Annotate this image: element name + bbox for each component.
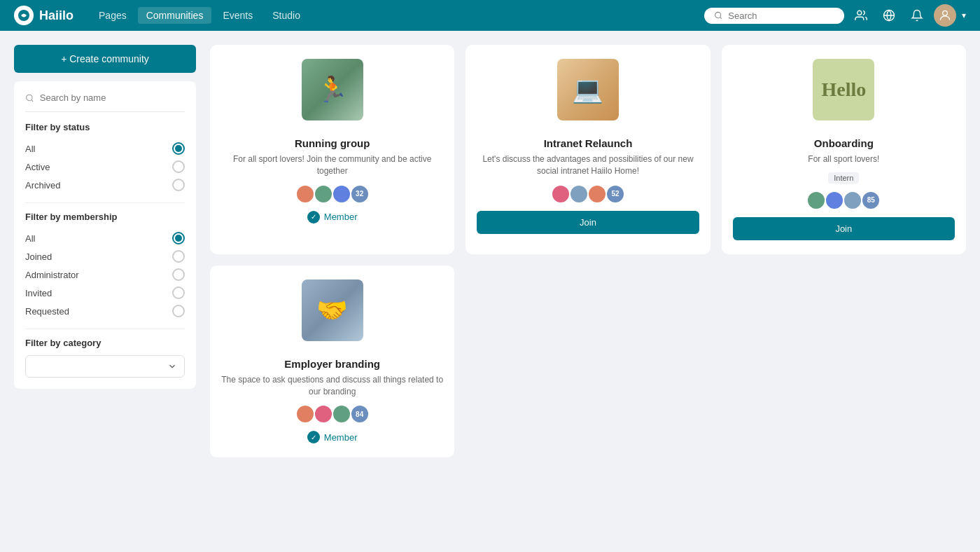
member-label-running: Member bbox=[324, 212, 358, 222]
status-active-radio[interactable] bbox=[172, 160, 185, 173]
sidebar: + Create community Filter by status All … bbox=[14, 45, 196, 457]
name-search-input[interactable] bbox=[40, 92, 185, 103]
status-archived-radio[interactable] bbox=[172, 179, 185, 191]
community-thumbnail-running bbox=[302, 59, 363, 120]
join-button-intranet[interactable]: Join bbox=[477, 211, 699, 234]
nav-communities[interactable]: Communities bbox=[138, 7, 212, 24]
membership-all-option[interactable]: All bbox=[25, 229, 185, 247]
members-row-onboarding: 85 bbox=[806, 191, 881, 210]
nav-studio[interactable]: Studio bbox=[264, 7, 309, 24]
status-archived-option[interactable]: Archived bbox=[25, 176, 185, 194]
global-search[interactable] bbox=[704, 8, 844, 24]
membership-admin-option[interactable]: Administrator bbox=[25, 265, 185, 284]
membership-all-radio[interactable] bbox=[172, 232, 185, 244]
filter-category-title: Filter by category bbox=[25, 338, 185, 348]
svg-point-2 bbox=[858, 11, 862, 15]
community-card-intranet: Intranet Relaunch Let's discuss the adva… bbox=[465, 45, 710, 254]
check-icon: ✓ bbox=[307, 211, 320, 223]
member-avatar bbox=[332, 184, 351, 204]
status-all-label: All bbox=[25, 144, 35, 154]
nav-events[interactable]: Events bbox=[214, 7, 261, 24]
filter-membership-title: Filter by membership bbox=[25, 212, 185, 222]
membership-admin-radio[interactable] bbox=[172, 268, 185, 281]
member-avatar bbox=[843, 191, 862, 210]
search-input[interactable] bbox=[728, 11, 834, 21]
membership-joined-radio[interactable] bbox=[172, 250, 185, 263]
filter-search-icon bbox=[25, 93, 34, 103]
avatar-chevron[interactable]: ▾ bbox=[962, 11, 966, 20]
people-icon-btn[interactable] bbox=[850, 4, 872, 27]
membership-requested-label: Requested bbox=[25, 306, 69, 317]
community-thumbnail-onboarding: Hello bbox=[813, 59, 874, 120]
community-desc-intranet: Let's discuss the advantages and possibi… bbox=[465, 153, 710, 177]
community-image-onboarding: Hello bbox=[722, 45, 966, 129]
members-count-employer: 84 bbox=[350, 404, 370, 424]
membership-invited-radio[interactable] bbox=[172, 287, 185, 299]
membership-joined-label: Joined bbox=[25, 251, 52, 262]
member-avatar bbox=[314, 404, 333, 424]
category-dropdown[interactable] bbox=[25, 355, 185, 378]
svg-point-1 bbox=[715, 12, 721, 18]
membership-all-label: All bbox=[25, 233, 35, 244]
globe-icon-btn[interactable] bbox=[878, 4, 900, 27]
create-community-button[interactable]: + Create community bbox=[14, 45, 196, 73]
nav-pages[interactable]: Pages bbox=[90, 7, 135, 24]
main-header: Haiilo Pages Communities Events Studio bbox=[0, 0, 980, 31]
status-archived-label: Archived bbox=[25, 180, 61, 191]
community-card-onboarding: Hello Onboarding For all sport lovers! I… bbox=[722, 45, 966, 254]
membership-requested-option[interactable]: Requested bbox=[25, 302, 185, 320]
members-row-running: 32 bbox=[295, 184, 370, 204]
divider-1 bbox=[25, 202, 185, 203]
avatar-icon bbox=[938, 8, 952, 22]
status-active-option[interactable]: Active bbox=[25, 158, 185, 176]
community-image-intranet bbox=[465, 45, 710, 129]
member-avatar bbox=[332, 404, 351, 424]
membership-requested-radio[interactable] bbox=[172, 305, 185, 317]
search-filter bbox=[25, 92, 185, 112]
community-thumbnail-employer bbox=[302, 280, 363, 341]
filter-panel: Filter by status All Active Archived Fil… bbox=[14, 81, 196, 389]
member-label-employer: Member bbox=[324, 432, 358, 443]
member-avatar bbox=[569, 184, 589, 204]
member-badge-running: ✓ Member bbox=[307, 211, 358, 223]
community-desc-onboarding: For all sport lovers! bbox=[797, 153, 890, 165]
community-image-employer bbox=[210, 265, 454, 350]
membership-joined-option[interactable]: Joined bbox=[25, 247, 185, 265]
bell-icon bbox=[911, 9, 923, 22]
logo-icon bbox=[14, 6, 34, 25]
community-card-running: Running group For all sport lovers! Join… bbox=[210, 45, 454, 254]
member-avatar bbox=[295, 184, 315, 204]
community-name-running: Running group bbox=[286, 137, 378, 149]
divider-2 bbox=[25, 329, 185, 329]
membership-invited-option[interactable]: Invited bbox=[25, 284, 185, 302]
bell-icon-btn[interactable] bbox=[906, 4, 928, 27]
community-desc-running: For all sport lovers! Join the community… bbox=[210, 153, 454, 177]
logo[interactable]: Haiilo bbox=[14, 6, 74, 25]
status-all-option[interactable]: All bbox=[25, 139, 185, 158]
svg-point-5 bbox=[27, 95, 32, 100]
member-avatar bbox=[295, 404, 315, 424]
member-avatar bbox=[587, 184, 607, 204]
member-avatar bbox=[551, 184, 570, 204]
main-nav: Pages Communities Events Studio bbox=[90, 7, 687, 24]
members-count-onboarding: 85 bbox=[861, 191, 881, 210]
user-avatar[interactable] bbox=[934, 4, 956, 27]
search-icon bbox=[714, 11, 722, 20]
status-all-radio[interactable] bbox=[172, 142, 185, 155]
members-row-intranet: 52 bbox=[551, 184, 625, 204]
svg-point-4 bbox=[943, 11, 948, 15]
membership-invited-label: Invited bbox=[25, 288, 52, 298]
main-container: + Create community Filter by status All … bbox=[0, 31, 980, 471]
globe-icon bbox=[883, 9, 895, 22]
community-tag-onboarding: Intern bbox=[828, 172, 859, 184]
community-name-intranet: Intranet Relaunch bbox=[536, 137, 641, 149]
membership-admin-label: Administrator bbox=[25, 270, 79, 280]
check-icon-employer: ✓ bbox=[307, 431, 320, 443]
member-badge-employer: ✓ Member bbox=[307, 431, 358, 443]
member-avatar bbox=[314, 184, 333, 204]
status-active-label: Active bbox=[25, 162, 50, 172]
join-button-onboarding[interactable]: Join bbox=[733, 217, 955, 240]
communities-grid: Running group For all sport lovers! Join… bbox=[210, 45, 966, 457]
members-count-running: 32 bbox=[350, 184, 370, 204]
member-avatar bbox=[825, 191, 844, 210]
